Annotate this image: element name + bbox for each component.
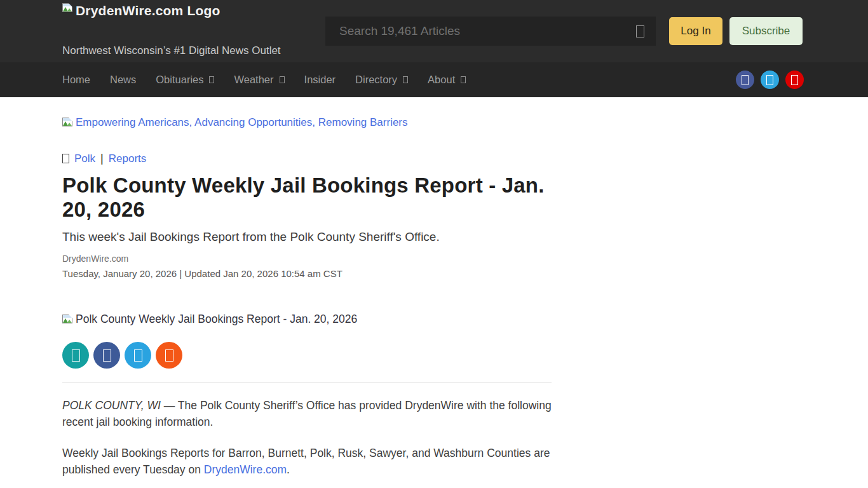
- search-icon[interactable]: [636, 25, 644, 37]
- icon-glyph: [742, 75, 749, 85]
- article-dateline: Tuesday, January 20, 2026 | Updated Jan …: [62, 268, 552, 279]
- article-page: Empowering Americans, Advancing Opportun…: [0, 97, 868, 488]
- icon-glyph: [766, 75, 773, 85]
- top-banner-link[interactable]: Empowering Americans, Advancing Opportun…: [62, 116, 552, 129]
- chevron-down-icon: [403, 76, 408, 83]
- chevron-down-icon: [461, 76, 466, 83]
- nav-item-obituaries[interactable]: Obituaries: [156, 74, 214, 86]
- chevron-down-icon: [280, 76, 285, 83]
- facebook-share-button[interactable]: [93, 342, 120, 369]
- site-header: DrydenWire.com Logo Northwest Wisconsin’…: [0, 0, 868, 62]
- paragraph-text: .: [287, 463, 290, 476]
- article-image: Polk County Weekly Jail Bookings Report …: [62, 313, 552, 326]
- share-buttons: [62, 342, 552, 369]
- dash: —: [161, 399, 178, 412]
- twitter-icon[interactable]: [761, 71, 779, 89]
- search-bar: [325, 17, 656, 46]
- icon-glyph: [134, 349, 142, 362]
- more-share-button[interactable]: [156, 342, 182, 369]
- facebook-icon[interactable]: [736, 71, 754, 89]
- breadcrumb: Polk | Reports: [62, 152, 552, 165]
- broken-image-icon: [62, 118, 74, 128]
- page-title: Polk County Weekly Jail Bookings Report …: [62, 173, 552, 222]
- breadcrumb-section-link[interactable]: Reports: [109, 152, 147, 165]
- icon-glyph: [72, 349, 80, 362]
- nav-item-insider[interactable]: Insider: [304, 74, 336, 86]
- logo-alt-text: DrydenWire.com Logo: [76, 3, 220, 18]
- category-icon: [62, 154, 69, 163]
- share-button[interactable]: [62, 342, 89, 369]
- dateline-lead: POLK COUNTY, WI: [62, 399, 161, 412]
- nav-item-directory[interactable]: Directory: [355, 74, 408, 86]
- search-input[interactable]: [325, 17, 656, 46]
- icon-glyph: [165, 349, 173, 362]
- twitter-share-button[interactable]: [125, 342, 151, 369]
- article-byline: DrydenWire.com: [62, 254, 552, 264]
- site-logo[interactable]: DrydenWire.com Logo: [62, 3, 220, 18]
- drydenwire-link[interactable]: DrydenWire.com: [204, 463, 287, 476]
- article-paragraph: Weekly Jail Bookings Reports for Barron,…: [62, 445, 552, 478]
- article-subtitle: This week's Jail Bookings Report from th…: [62, 230, 552, 244]
- breadcrumb-category-link[interactable]: Polk: [74, 152, 95, 165]
- main-nav: Home News Obituaries Weather Insider Dir…: [0, 62, 868, 97]
- login-button[interactable]: Log In: [669, 17, 722, 45]
- paragraph-text: Weekly Jail Bookings Reports for Barron,…: [62, 447, 550, 476]
- nav-item-about[interactable]: About: [428, 74, 466, 86]
- broken-image-icon: [62, 315, 74, 325]
- broken-image-icon: [62, 3, 74, 13]
- youtube-icon[interactable]: [785, 71, 804, 89]
- site-tagline: Northwest Wisconsin’s #1 Digital News Ou…: [62, 44, 281, 57]
- icon-glyph: [103, 349, 111, 362]
- nav-item-weather[interactable]: Weather: [234, 74, 284, 86]
- icon-glyph: [791, 75, 798, 85]
- breadcrumb-separator: |: [100, 152, 104, 165]
- article-paragraph: POLK COUNTY, WI — The Polk County Sherif…: [62, 397, 552, 430]
- chevron-down-icon: [209, 76, 214, 83]
- article-divider: [62, 382, 552, 383]
- banner-alt-text: Empowering Americans, Advancing Opportun…: [76, 116, 408, 129]
- image-alt-text: Polk County Weekly Jail Bookings Report …: [76, 313, 357, 326]
- nav-item-home[interactable]: Home: [62, 74, 90, 86]
- subscribe-button[interactable]: Subscribe: [729, 17, 803, 45]
- nav-item-news[interactable]: News: [110, 74, 136, 86]
